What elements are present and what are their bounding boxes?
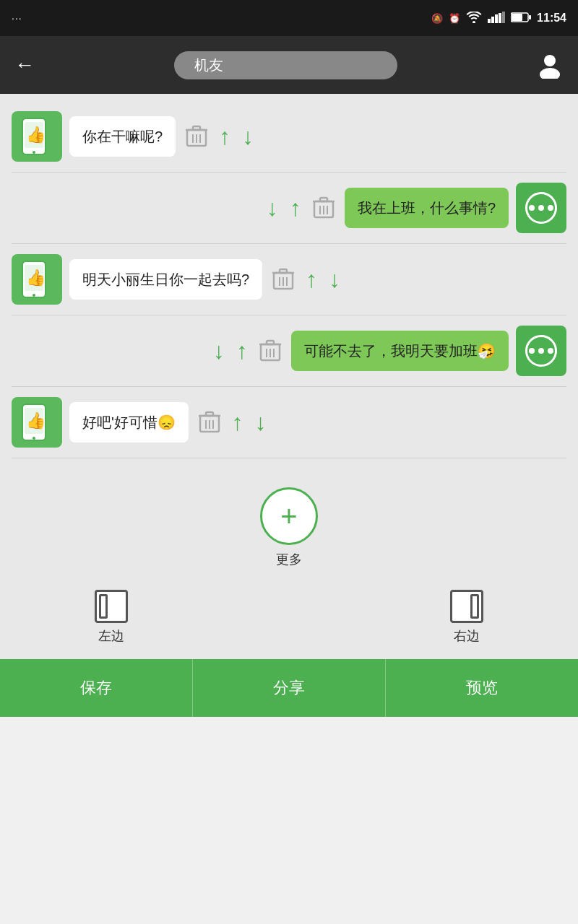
dot <box>548 205 553 211</box>
message-row-4: 可能不去了，我明天要加班🤧 ↓ ↑ <box>12 315 566 387</box>
left-panel-icon <box>95 590 128 623</box>
delete-button-2[interactable] <box>310 193 337 223</box>
add-button-area: + 更多 <box>260 487 318 568</box>
message-text-1: 你在干嘛呢? <box>82 128 163 144</box>
bubble-4: 可能不去了，我明天要加班🤧 <box>291 331 509 371</box>
right-panel-inner <box>470 594 479 619</box>
status-dots: ··· <box>12 12 22 24</box>
move-up-button-3[interactable]: ↑ <box>303 265 320 294</box>
delete-button-5[interactable] <box>196 407 223 437</box>
bubble-5: 好吧'好可惜😞 <box>69 402 189 443</box>
battery-icon <box>511 12 531 25</box>
move-up-button-5[interactable]: ↑ <box>229 408 246 437</box>
bottom-content-area: + 更多 左边 右边 <box>0 466 578 659</box>
svg-point-13 <box>33 151 35 154</box>
bubble-3: 明天小丽生日你一起去吗? <box>69 259 262 300</box>
svg-text:👍: 👍 <box>26 268 46 287</box>
up-arrow-3: ↑ <box>306 268 317 291</box>
user-profile-button[interactable] <box>536 51 564 79</box>
dot <box>548 348 553 354</box>
message-text-2: 我在上班，什么事情? <box>358 200 496 216</box>
status-bar: ··· 🔕 ⏰ <box>0 0 578 36</box>
alarm-icon: ⏰ <box>449 13 460 24</box>
delete-button-4[interactable] <box>256 336 284 366</box>
message-text-4: 可能不去了，我明天要加班🤧 <box>304 343 496 359</box>
back-button[interactable]: ← <box>14 53 35 77</box>
action-bar: 保存 分享 预览 <box>0 659 578 717</box>
move-down-button-1[interactable]: ↓ <box>239 122 256 151</box>
move-up-button-4[interactable]: ↑ <box>233 336 251 365</box>
dot <box>529 205 535 211</box>
svg-rect-3 <box>499 13 501 23</box>
down-arrow-4: ↓ <box>213 339 225 362</box>
delete-button-3[interactable] <box>269 264 297 295</box>
bubble-1: 你在干嘛呢? <box>69 116 176 157</box>
message-row-2: 我在上班，什么事情? ↓ ↑ <box>12 173 566 244</box>
dot <box>538 348 544 354</box>
save-button[interactable]: 保存 <box>0 659 193 717</box>
svg-point-8 <box>544 55 556 66</box>
msg-actions-2: ↓ ↑ <box>264 193 337 223</box>
add-more-button[interactable]: + <box>260 487 318 545</box>
move-up-button-2[interactable]: ↑ <box>287 193 304 222</box>
msg-actions-3: ↑ ↓ <box>269 264 343 295</box>
move-down-button-4[interactable]: ↓ <box>210 336 228 365</box>
avatar-sent-2 <box>516 183 566 233</box>
bottom-nav: 左边 右边 <box>0 583 578 652</box>
message-text-5: 好吧'好可惜😞 <box>82 414 176 430</box>
up-arrow-4: ↑ <box>236 339 248 362</box>
msg-actions-1: ↑ ↓ <box>183 121 256 152</box>
move-down-button-5[interactable]: ↓ <box>252 408 269 437</box>
message-text-3: 明天小丽生日你一起去吗? <box>82 271 249 287</box>
status-left: ··· <box>12 12 22 24</box>
bubble-2: 我在上班，什么事情? <box>345 188 509 228</box>
nav-label-right: 右边 <box>454 627 480 645</box>
wechat-dots-4 <box>525 335 557 367</box>
msg-actions-5: ↑ ↓ <box>196 407 269 437</box>
msg-actions-4: ↓ ↑ <box>210 336 284 366</box>
avatar-received-5: 👍 <box>12 397 62 448</box>
svg-rect-4 <box>502 12 505 23</box>
delete-button-1[interactable] <box>183 121 210 152</box>
nav-item-left[interactable]: 左边 <box>95 590 128 645</box>
svg-rect-1 <box>491 17 494 23</box>
down-arrow-5: ↓ <box>255 411 267 434</box>
svg-text:👍: 👍 <box>26 125 46 144</box>
toolbar: ← <box>0 36 578 94</box>
message-row-5: 👍 好吧'好可惜😞 ↑ ↓ <box>12 387 566 458</box>
down-arrow-1: ↓ <box>242 125 254 148</box>
add-more-label: 更多 <box>276 551 302 568</box>
share-button[interactable]: 分享 <box>193 659 386 717</box>
svg-rect-6 <box>512 14 522 21</box>
message-row-3: 👍 明天小丽生日你一起去吗? ↑ ↓ <box>12 244 566 315</box>
avatar-sent-4 <box>516 326 566 376</box>
signal-icon <box>488 12 505 25</box>
move-down-button-3[interactable]: ↓ <box>326 265 343 294</box>
chat-title-input[interactable] <box>174 51 397 79</box>
move-down-button-2[interactable]: ↓ <box>264 193 281 222</box>
left-panel-inner <box>99 594 108 619</box>
down-arrow-3: ↓ <box>329 268 340 291</box>
avatar-received-1: 👍 <box>12 111 62 162</box>
svg-point-9 <box>540 68 560 79</box>
svg-point-29 <box>33 294 35 297</box>
status-right: 🔕 ⏰ 11:54 <box>431 12 566 25</box>
preview-button[interactable]: 预览 <box>386 659 578 717</box>
svg-text:👍: 👍 <box>26 411 46 430</box>
plus-icon: + <box>280 502 297 531</box>
dot <box>529 348 535 354</box>
notification-icon: 🔕 <box>431 13 443 24</box>
dot <box>538 205 544 211</box>
down-arrow-2: ↓ <box>267 196 278 219</box>
up-arrow-5: ↑ <box>232 411 243 434</box>
svg-rect-0 <box>488 19 491 23</box>
chat-area: 👍 你在干嘛呢? ↑ ↓ <box>0 94 578 466</box>
move-up-button-1[interactable]: ↑ <box>216 122 233 151</box>
svg-rect-2 <box>495 14 498 23</box>
nav-label-left: 左边 <box>98 627 124 645</box>
right-panel-icon <box>450 590 483 623</box>
nav-item-right[interactable]: 右边 <box>450 590 483 645</box>
avatar-received-3: 👍 <box>12 254 62 305</box>
wifi-icon <box>466 12 482 25</box>
svg-rect-7 <box>529 15 531 19</box>
